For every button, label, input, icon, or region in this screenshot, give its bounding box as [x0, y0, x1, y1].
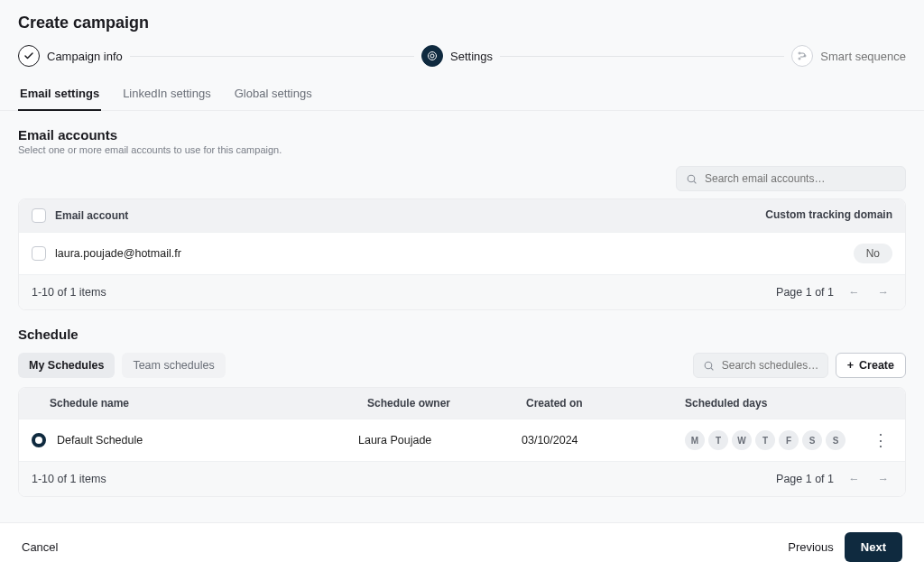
page-label: Page 1 of 1 — [776, 473, 834, 485]
search-icon — [703, 360, 715, 372]
sequence-icon — [791, 45, 813, 67]
search-schedules-input[interactable] — [722, 359, 818, 372]
footer-bar: Cancel Previous Next — [0, 522, 924, 571]
page-title: Create campaign — [0, 0, 924, 32]
col-tracking-domain: Custom tracking domain — [730, 208, 892, 223]
svg-point-2 — [799, 52, 800, 54]
day-pill: W — [732, 430, 752, 450]
schedule-tabs: My Schedules Team schedules — [18, 353, 226, 378]
next-button[interactable]: Next — [845, 532, 902, 562]
step-label: Campaign info — [47, 50, 123, 63]
svg-point-0 — [429, 52, 437, 60]
settings-tabs: Email settings LinkedIn settings Global … — [0, 78, 924, 111]
next-page-icon[interactable]: → — [874, 471, 893, 487]
create-schedule-button[interactable]: + Create — [836, 353, 906, 378]
svg-point-7 — [705, 362, 712, 369]
stepper: Campaign info Settings Smart sequence — [0, 32, 924, 76]
schedule-table: Schedule name Schedule owner Created on … — [18, 387, 906, 497]
svg-point-1 — [430, 54, 434, 58]
tab-linkedin-settings[interactable]: LinkedIn settings — [121, 78, 213, 110]
check-icon — [18, 45, 40, 67]
day-pill: M — [685, 430, 705, 450]
table-header: Email account Custom tracking domain — [19, 199, 905, 232]
col-created-on: Created on — [526, 397, 685, 410]
step-label: Settings — [450, 50, 493, 63]
schedule-title: Schedule — [18, 327, 906, 342]
svg-point-4 — [799, 58, 800, 60]
step-settings[interactable]: Settings — [421, 45, 493, 67]
schedule-section: Schedule — [0, 310, 924, 342]
step-campaign-info[interactable]: Campaign info — [18, 45, 123, 67]
radio-selected[interactable] — [32, 433, 46, 447]
tab-global-settings[interactable]: Global settings — [233, 78, 314, 110]
email-accounts-subtext: Select one or more email accounts to use… — [18, 144, 906, 155]
table-row[interactable]: laura.poujade@hotmail.fr No — [19, 232, 905, 274]
tab-team-schedules[interactable]: Team schedules — [122, 353, 225, 378]
table-footer: 1-10 of 1 items Page 1 of 1 ← → — [19, 274, 905, 309]
svg-point-5 — [688, 175, 695, 182]
table-row[interactable]: Default Schedule Laura Poujade 03/10/202… — [19, 419, 905, 461]
day-pill: T — [708, 430, 728, 450]
step-label: Smart sequence — [820, 50, 906, 63]
email-accounts-title: Email accounts — [18, 127, 906, 143]
create-label: Create — [859, 359, 894, 372]
svg-line-8 — [711, 367, 713, 369]
search-schedules[interactable] — [693, 353, 828, 378]
item-count: 1-10 of 1 items — [32, 286, 106, 299]
previous-button[interactable]: Previous — [788, 540, 834, 554]
kebab-menu-icon[interactable]: ⋮ — [869, 430, 892, 450]
day-pill: F — [779, 430, 799, 450]
schedule-name: Default Schedule — [57, 434, 143, 447]
page-label: Page 1 of 1 — [776, 286, 834, 299]
prev-page-icon[interactable]: ← — [845, 471, 864, 487]
search-email-input[interactable] — [705, 172, 896, 185]
col-schedule-owner: Schedule owner — [367, 397, 526, 410]
step-divider — [130, 56, 414, 57]
day-pill: S — [826, 430, 845, 450]
tracking-domain-badge: No — [854, 244, 892, 263]
svg-line-6 — [694, 180, 696, 182]
email-address: laura.poujade@hotmail.fr — [55, 247, 181, 260]
table-footer: 1-10 of 1 items Page 1 of 1 ← → — [19, 461, 905, 496]
col-schedule-name: Schedule name — [32, 397, 367, 410]
select-all-checkbox[interactable] — [32, 208, 46, 223]
step-divider — [500, 56, 784, 57]
email-accounts-table: Email account Custom tracking domain lau… — [18, 198, 906, 310]
target-icon — [421, 45, 443, 67]
tab-my-schedules[interactable]: My Schedules — [18, 353, 115, 378]
schedule-owner: Laura Poujade — [358, 434, 522, 447]
row-checkbox[interactable] — [32, 246, 46, 261]
col-email-account: Email account — [55, 209, 128, 222]
created-on: 03/10/2024 — [522, 434, 685, 447]
plus-icon: + — [847, 359, 854, 372]
search-icon — [686, 173, 698, 185]
search-email-accounts[interactable] — [676, 166, 906, 191]
prev-page-icon[interactable]: ← — [845, 284, 864, 300]
step-smart-sequence[interactable]: Smart sequence — [791, 45, 906, 67]
day-pill: T — [755, 430, 775, 450]
next-page-icon[interactable]: → — [874, 284, 893, 300]
day-pill: S — [802, 430, 822, 450]
days-group: M T W T F S S — [685, 430, 845, 450]
cancel-button[interactable]: Cancel — [22, 540, 58, 554]
col-scheduled-days: Scheduled days — [685, 397, 892, 410]
item-count: 1-10 of 1 items — [32, 473, 106, 485]
email-accounts-section: Email accounts Select one or more email … — [0, 111, 924, 155]
tab-email-settings[interactable]: Email settings — [18, 78, 101, 111]
table-header: Schedule name Schedule owner Created on … — [19, 388, 905, 419]
